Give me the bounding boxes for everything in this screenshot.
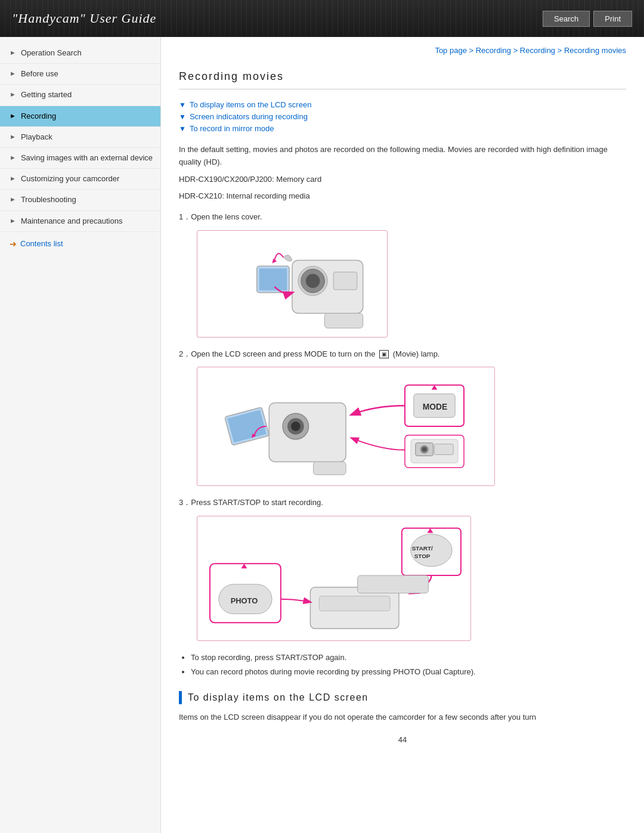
sidebar-item-customizing[interactable]: ► Customizing your camcorder <box>0 169 160 190</box>
sidebar-arrow-icon: ► <box>10 132 16 141</box>
svg-point-14 <box>291 422 301 431</box>
sidebar-item-label: Maintenance and precautions <box>21 216 153 227</box>
sidebar-item-label: Customizing your camcorder <box>21 174 153 184</box>
sidebar-arrow-icon: ► <box>10 174 16 183</box>
svg-rect-7 <box>324 313 363 328</box>
sidebar: ► Operation Search► Before use► Getting … <box>0 37 161 833</box>
header-buttons: Search Print <box>543 11 632 27</box>
sidebar-item-label: Saving images with an external device <box>21 153 153 163</box>
section-links: ▼ To display items on the LCD screen ▼ S… <box>179 100 626 133</box>
svg-text:START/: START/ <box>412 545 433 552</box>
breadcrumb-recording1[interactable]: Recording <box>476 46 511 55</box>
step-3-image: PHOTO START/ STOP <box>197 516 471 641</box>
site-title: "Handycam" User Guide <box>12 11 156 26</box>
search-button[interactable]: Search <box>543 11 590 27</box>
section-link-2[interactable]: ▼ Screen indicators during recording <box>179 112 626 121</box>
sidebar-item-label: Troubleshooting <box>21 194 153 205</box>
sidebar-arrow-icon: ► <box>10 153 16 162</box>
svg-rect-25 <box>435 444 454 455</box>
svg-text:MODE: MODE <box>423 402 448 411</box>
blue-bar-icon <box>179 691 182 704</box>
sidebar-arrow-icon: ► <box>10 195 16 204</box>
device-line-2: HDR-CX210: Internal recording media <box>179 190 626 203</box>
sidebar-item-label: Getting started <box>21 89 153 100</box>
svg-text:PHOTO: PHOTO <box>231 596 258 605</box>
svg-rect-6 <box>259 268 287 290</box>
sidebar-item-label: Recording <box>21 111 153 122</box>
sidebar-arrow-icon: ► <box>10 216 16 225</box>
contents-list-link[interactable]: ➔ Contents list <box>0 232 160 256</box>
triangle-icon-3: ▼ <box>179 125 186 133</box>
step-1-text: 1．Open the lens cover. <box>179 211 626 223</box>
bullet-2: You can record photos during movie recor… <box>191 666 626 678</box>
sidebar-item-saving-images[interactable]: ► Saving images with an external device <box>0 148 160 169</box>
svg-text:STOP: STOP <box>414 553 431 559</box>
sidebar-item-label: Before use <box>21 69 153 79</box>
section-2-text: Items on the LCD screen disappear if you… <box>179 711 626 724</box>
sidebar-item-recording[interactable]: ► Recording <box>0 106 160 127</box>
print-button[interactable]: Print <box>593 11 632 27</box>
step-2-illustration: MODE <box>197 367 626 486</box>
page-header: "Handycam" User Guide Search Print <box>0 0 644 37</box>
contents-list-label: Contents list <box>20 239 63 248</box>
sidebar-item-getting-started[interactable]: ► Getting started <box>0 85 160 106</box>
svg-rect-32 <box>319 596 390 611</box>
breadcrumb-toppage[interactable]: Top page <box>435 46 467 55</box>
triangle-icon-1: ▼ <box>179 101 186 109</box>
section-link-3[interactable]: ▼ To record in mirror mode <box>179 124 626 133</box>
intro-text: In the default setting, movies and photo… <box>179 144 626 169</box>
section-link-1-label: To display items on the LCD screen <box>190 100 311 109</box>
page-layout: ► Operation Search► Before use► Getting … <box>0 37 644 833</box>
section-2-title: To display items on the LCD screen <box>188 692 369 703</box>
sidebar-arrow-icon: ► <box>10 48 16 57</box>
step-2-image: MODE <box>197 367 495 486</box>
sidebar-arrow-icon: ► <box>10 112 16 120</box>
step-3-text: 3．Press START/STOP to start recording. <box>179 497 626 509</box>
sidebar-item-playback[interactable]: ► Playback <box>0 127 160 148</box>
breadcrumb-recording2[interactable]: Recording <box>520 46 555 55</box>
svg-rect-15 <box>314 462 346 475</box>
breadcrumb-recording-movies[interactable]: Recording movies <box>564 46 626 55</box>
section-link-3-label: To record in mirror mode <box>190 124 274 133</box>
step-3-illustration: PHOTO START/ STOP <box>197 516 626 641</box>
main-content: Top page > Recording > Recording > Recor… <box>161 37 644 833</box>
step-1-illustration <box>197 230 626 337</box>
svg-rect-4 <box>333 272 357 290</box>
triangle-icon-2: ▼ <box>179 113 186 121</box>
section-link-1[interactable]: ▼ To display items on the LCD screen <box>179 100 626 109</box>
sidebar-item-troubleshooting[interactable]: ► Troubleshooting <box>0 190 160 210</box>
movie-lamp-icon: ▣ <box>379 350 389 358</box>
step-2-text: 2．Open the LCD screen and press MODE to … <box>179 348 626 360</box>
breadcrumb: Top page > Recording > Recording > Recor… <box>179 46 626 60</box>
svg-point-3 <box>306 274 320 288</box>
svg-rect-38 <box>358 575 429 593</box>
sidebar-item-label: Playback <box>21 132 153 143</box>
device-line-1: HDR-CX190/CX200/PJ200: Memory card <box>179 174 626 186</box>
bullet-list: To stop recording, press START/STOP agai… <box>191 652 626 678</box>
sidebar-item-operation-search[interactable]: ► Operation Search <box>0 43 160 64</box>
bullet-1: To stop recording, press START/STOP agai… <box>191 652 626 664</box>
step-1-image <box>197 230 388 337</box>
page-number: 44 <box>179 735 626 744</box>
svg-point-24 <box>422 447 427 452</box>
section-2-heading: To display items on the LCD screen <box>179 691 626 704</box>
sidebar-item-maintenance[interactable]: ► Maintenance and precautions <box>0 211 160 232</box>
sidebar-item-before-use[interactable]: ► Before use <box>0 64 160 85</box>
contents-arrow-icon: ➔ <box>10 239 17 249</box>
sidebar-arrow-icon: ► <box>10 69 16 78</box>
page-title: Recording movies <box>179 70 626 89</box>
sidebar-item-label: Operation Search <box>21 48 153 58</box>
sidebar-arrow-icon: ► <box>10 90 16 99</box>
section-link-2-label: Screen indicators during recording <box>190 112 308 121</box>
